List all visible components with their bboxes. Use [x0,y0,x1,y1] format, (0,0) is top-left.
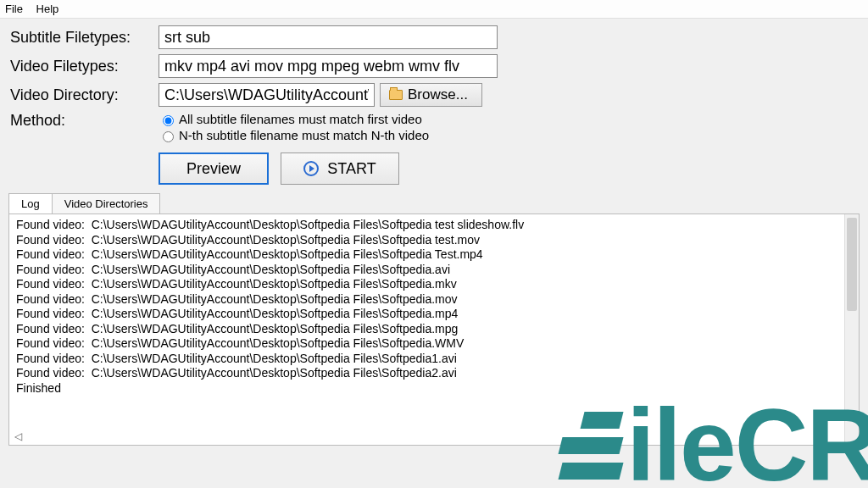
tab-log[interactable]: Log [8,193,53,214]
start-button-label: START [327,160,376,178]
tab-video-directories[interactable]: Video Directories [52,193,161,214]
menu-file[interactable]: File [5,3,23,15]
method-radio-label-2: N-th subtitle filename must match N-th v… [179,128,429,142]
method-radio-nth-match-nth[interactable] [163,131,174,142]
menu-bar: File Help [0,0,868,19]
tab-bar: Log Video Directories [0,193,868,214]
video-directory-input[interactable] [159,83,375,107]
log-panel: Found video: C:\Users\WDAGUtilityAccount… [8,214,860,446]
vertical-scrollbar[interactable] [844,214,859,445]
video-filetypes-input[interactable] [159,54,498,78]
label-video-directory: Video Directory: [10,86,159,104]
folder-icon [389,90,403,100]
form-area: Subtitle Filetypes: Video Filetypes: Vid… [0,19,868,193]
subtitle-filetypes-input[interactable] [159,25,498,49]
label-video-filetypes: Video Filetypes: [10,58,159,75]
method-radio-group: All subtitle filenames must match first … [159,112,429,144]
start-button[interactable]: START [281,152,399,185]
label-method: Method: [10,112,159,130]
label-subtitle-filetypes: Subtitle Filetypes: [10,29,159,47]
browse-button[interactable]: Browse... [380,83,482,107]
method-radio-all-match-first[interactable] [163,115,174,126]
menu-help[interactable]: Help [36,3,59,15]
browse-button-label: Browse... [408,86,468,103]
method-radio-label-1: All subtitle filenames must match first … [179,112,422,126]
scroll-left-icon[interactable]: ◁ [14,430,22,442]
preview-button[interactable]: Preview [159,152,269,185]
preview-button-label: Preview [186,160,241,178]
log-text: Found video: C:\Users\WDAGUtilityAccount… [9,214,844,445]
scroll-thumb[interactable] [847,218,857,311]
arrow-right-icon [303,161,319,176]
